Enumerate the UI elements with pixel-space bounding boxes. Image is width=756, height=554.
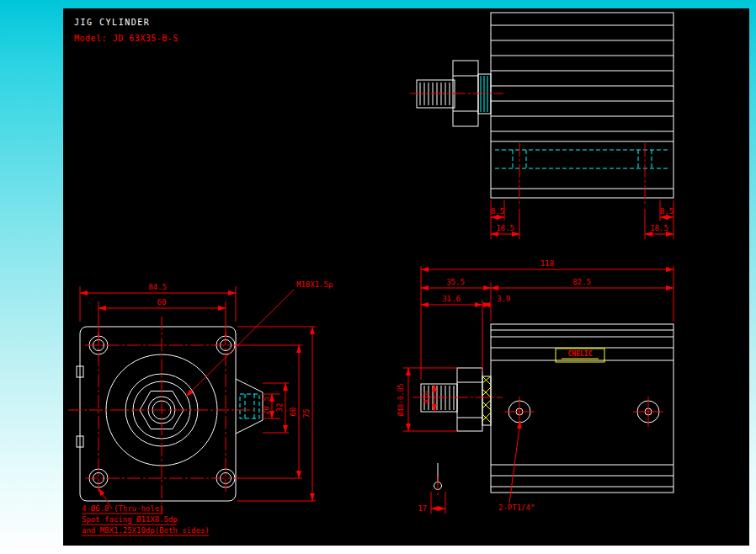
section-hatch	[482, 376, 491, 423]
dimensions: 8.5 18.5 8.5 18.5	[491, 200, 673, 239]
dim-17: 17	[418, 504, 427, 513]
port-centerlines	[504, 397, 663, 427]
dim-18-5-right: 18.5	[650, 224, 668, 232]
dim-118: 118	[540, 259, 554, 268]
desktop-background: JIG CYLINDER Model: JD 63X35-B-S	[0, 0, 756, 554]
dim-18-5-left: 18.5	[496, 224, 514, 232]
top-side-view: 8.5 18.5 8.5 18.5	[410, 13, 673, 239]
title-block: JIG CYLINDER Model: JD 63X35-B-S	[74, 18, 178, 43]
cylinder-body-outline	[491, 13, 673, 198]
leader-line	[509, 421, 520, 503]
note-line-2: Spot facing Ø11X8.5dp	[82, 515, 178, 524]
cad-drawing: JIG CYLINDER Model: JD 63X35-B-S	[63, 8, 749, 546]
hole-notes: 4-Ø6.8 (Thru-hole) Spot facing Ø11X8.5dp…	[82, 488, 210, 535]
model-number: Model: JD 63X35-B-S	[74, 34, 178, 43]
dim-31-6: 31.6	[442, 295, 461, 303]
hidden-port-lines	[495, 150, 669, 168]
logo-text: CHELIC	[568, 350, 593, 358]
dim-collar-dia: Ø40-0.05	[397, 384, 405, 417]
dimensions: 84.5 60 20.5 32 60 75	[80, 283, 316, 501]
drawing-title: JIG CYLINDER	[74, 18, 150, 27]
dim-8-5-right: 8.5	[660, 207, 673, 216]
port-callout: 2-PT1/4"	[498, 421, 535, 512]
dim-35-5: 35.5	[446, 278, 465, 286]
dim-rod-dia: Ø20	[423, 392, 431, 404]
front-view: 84.5 60 20.5 32 60 75 M18X1.5p 4-Ø6.8 (T…	[68, 280, 333, 535]
ports	[504, 397, 663, 427]
dim-84-5: 84.5	[148, 283, 167, 291]
dim-20-5: 20.5	[262, 397, 270, 415]
dim-60-horizontal: 60	[157, 298, 167, 306]
cad-drawing-canvas[interactable]: JIG CYLINDER Model: JD 63X35-B-S	[63, 8, 749, 546]
thread-label: M18X1.5p	[296, 280, 333, 289]
breather-pin	[434, 463, 442, 497]
dim-32: 32	[275, 403, 284, 413]
rod-assembly	[421, 368, 491, 431]
note-line-1: 4-Ø6.8 (Thru-hole)	[82, 504, 164, 513]
dim-3-9: 3.9	[497, 295, 510, 303]
dim-82-5: 82.5	[572, 278, 591, 286]
port-label: 2-PT1/4"	[498, 503, 535, 512]
dim-8-5-left: 8.5	[491, 207, 504, 216]
nut	[457, 368, 482, 431]
hidden-side-port	[240, 394, 259, 418]
dim-75: 75	[302, 409, 311, 418]
centerlines	[68, 317, 258, 514]
dim-60-vertical: 60	[289, 408, 297, 417]
note-line-3: and M8X1.25X10dp(Both sides)	[82, 526, 210, 535]
section-view: CHELIC	[397, 259, 673, 514]
